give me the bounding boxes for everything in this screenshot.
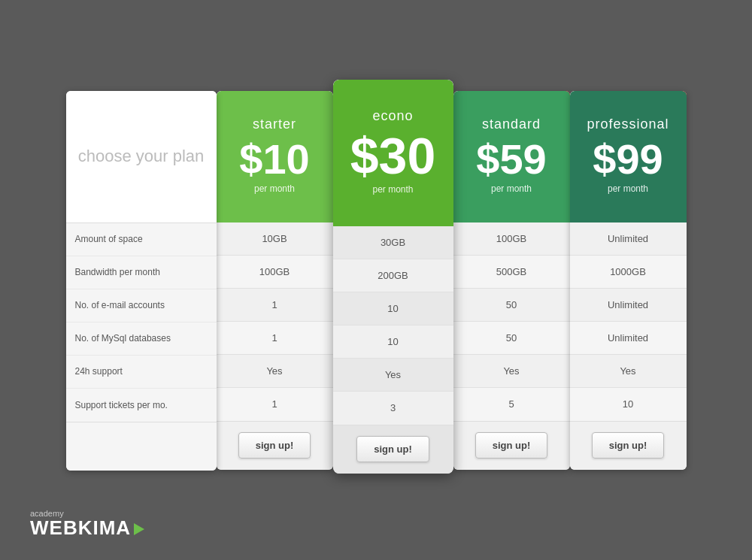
plan-starter: starter $10 per month 10GB 100GB 1 1 Yes… xyxy=(217,91,333,470)
professional-row-3: Unlimited xyxy=(570,322,687,355)
starter-row-2: 1 xyxy=(217,289,333,322)
plan-standard: No.1 standard $59 per month 100GB 500GB … xyxy=(453,91,570,470)
row-label-3: No. of MySql databases xyxy=(66,322,217,356)
standard-row-4: Yes xyxy=(453,355,570,388)
standard-row-2: 50 xyxy=(453,289,570,322)
plan-professional: Top! professional $99 per month Unlimite… xyxy=(570,91,687,470)
label-header: choose your plan xyxy=(66,91,217,222)
professional-row-0: Unlimited xyxy=(570,222,687,256)
professional-name: professional xyxy=(587,117,669,132)
standard-name: standard xyxy=(482,117,541,132)
starter-row-3: 1 xyxy=(217,322,333,355)
label-column: choose your plan Amount of space Bandwid… xyxy=(66,91,217,471)
econo-rows: 30GB 200GB 10 10 Yes 3 xyxy=(333,226,453,425)
row-label-5: Support tickets per mo. xyxy=(66,389,217,422)
standard-row-0: 100GB xyxy=(453,222,570,256)
logo-area: academy WEBKIMA xyxy=(30,509,150,537)
starter-signup-button[interactable]: sign up! xyxy=(238,432,311,459)
professional-signup-area: sign up! xyxy=(570,421,687,470)
econo-row-1: 200GB xyxy=(333,259,453,292)
econo-price: $30 xyxy=(350,130,435,181)
professional-row-4: Yes xyxy=(570,355,687,388)
standard-row-5: 5 xyxy=(453,388,570,421)
label-signup-area xyxy=(66,422,217,471)
econo-signup-area: sign up! xyxy=(333,425,453,474)
professional-row-5: 10 xyxy=(570,388,687,421)
starter-rows: 10GB 100GB 1 1 Yes 1 xyxy=(217,222,333,421)
econo-row-3: 10 xyxy=(333,325,453,359)
professional-header: professional $99 per month xyxy=(570,91,687,222)
standard-signup-button[interactable]: sign up! xyxy=(475,432,548,459)
row-label-2: No. of e-mail accounts xyxy=(66,289,217,322)
standard-rows: 100GB 500GB 50 50 Yes 5 xyxy=(453,222,570,421)
econo-row-0: 30GB xyxy=(333,226,453,259)
starter-signup-area: sign up! xyxy=(217,421,333,470)
econo-row-2: 10 xyxy=(333,292,453,325)
econo-header: econo $30 per month xyxy=(333,80,453,226)
starter-header: starter $10 per month xyxy=(217,91,333,222)
starter-row-0: 10GB xyxy=(217,222,333,256)
standard-header: standard $59 per month xyxy=(453,91,570,222)
professional-period: per month xyxy=(608,183,648,194)
professional-row-1: 1000GB xyxy=(570,256,687,289)
starter-price: $10 xyxy=(239,138,309,180)
standard-period: per month xyxy=(491,183,532,194)
starter-name: starter xyxy=(253,117,296,132)
row-label-1: Bandwidth per month xyxy=(66,256,217,289)
starter-row-5: 1 xyxy=(217,388,333,421)
starter-period: per month xyxy=(254,183,295,194)
starter-row-4: Yes xyxy=(217,355,333,388)
play-icon-large xyxy=(134,523,144,535)
row-label-4: 24h support xyxy=(66,356,217,389)
logo-text: academy WEBKIMA xyxy=(30,509,144,537)
pricing-table: choose your plan Amount of space Bandwid… xyxy=(66,91,687,485)
standard-row-1: 500GB xyxy=(453,256,570,289)
standard-signup-area: sign up! xyxy=(453,421,570,470)
choose-plan-heading: choose your plan xyxy=(78,146,205,168)
professional-price: $99 xyxy=(593,138,663,180)
standard-price: $59 xyxy=(476,138,546,180)
standard-row-3: 50 xyxy=(453,322,570,355)
econo-name: econo xyxy=(372,108,413,124)
label-rows: Amount of space Bandwidth per month No. … xyxy=(66,222,217,422)
row-label-0: Amount of space xyxy=(66,223,217,256)
logo-brand-text: WEBKIMA xyxy=(30,518,144,537)
econo-period: per month xyxy=(372,184,413,195)
professional-row-2: Unlimited xyxy=(570,289,687,322)
econo-signup-button[interactable]: sign up! xyxy=(356,436,429,462)
econo-row-5: 3 xyxy=(333,392,453,425)
professional-signup-button[interactable]: sign up! xyxy=(592,432,665,459)
plan-econo: econo $30 per month 30GB 200GB 10 10 Yes… xyxy=(333,80,453,474)
professional-rows: Unlimited 1000GB Unlimited Unlimited Yes… xyxy=(570,222,687,421)
starter-row-1: 100GB xyxy=(217,256,333,289)
econo-row-4: Yes xyxy=(333,359,453,392)
